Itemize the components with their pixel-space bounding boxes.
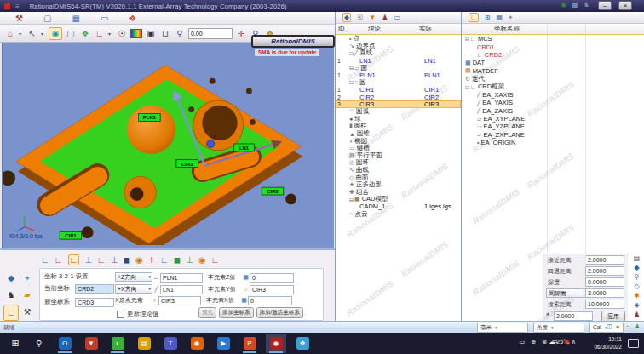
coordinate-tree-row[interactable]: ▱EA_XYPLANE <box>462 115 644 123</box>
home-icon[interactable]: ⌂ <box>4 28 16 39</box>
home-caret-icon[interactable]: ▾ <box>19 31 24 37</box>
select-box-icon[interactable]: ▢ <box>65 28 77 39</box>
target-view-icon[interactable]: ⌖ <box>20 271 35 287</box>
document-tab[interactable]: ▢ <box>43 14 51 23</box>
stats-icon[interactable]: ♟ <box>634 311 640 318</box>
clock[interactable]: 10:1106/30/2022 <box>583 335 622 351</box>
cursor-icon[interactable]: ↖ <box>26 28 38 39</box>
expand-icon[interactable]: ⊟ <box>349 50 354 56</box>
panel-icon[interactable]: ▦ <box>572 1 578 9</box>
minimize-button[interactable]: – <box>598 1 612 10</box>
update-theory-checkbox[interactable]: 更新理论值 <box>117 310 159 318</box>
red-tray-icon[interactable]: ◆ <box>565 339 569 354</box>
taskbar-search-icon[interactable]: ⚲ <box>29 334 49 353</box>
tolerance-input[interactable] <box>188 28 233 39</box>
display-tray-icon[interactable]: ▭ <box>519 339 525 354</box>
monitor-tab[interactable]: ▭ <box>101 14 108 23</box>
coordinate-tree-row[interactable]: ▱EA_ZXPLANE <box>462 131 644 139</box>
coord-target-tab[interactable]: ⌖ <box>509 14 513 22</box>
eye-icon[interactable]: ☉ <box>116 28 128 39</box>
coordinate-tree-row[interactable]: ╱EA_YAXIS <box>462 99 644 106</box>
expand-icon[interactable]: ⊟ <box>465 36 469 42</box>
expand-icon[interactable]: ⊟ <box>349 65 354 71</box>
record-icon[interactable]: ◉ <box>561 1 566 9</box>
axes-caret-icon[interactable]: ▾ <box>108 31 113 37</box>
coord-rotate-icon[interactable]: ⊥ <box>111 255 118 265</box>
axes-icon[interactable]: ∟ <box>94 28 106 39</box>
coord-save-icon[interactable]: ∟ <box>211 255 220 265</box>
search-strip-icon[interactable]: ⚲ <box>635 273 640 281</box>
coordinate-tree-row[interactable]: •EA_ORIGIN <box>462 139 644 146</box>
coordinate-tree-row[interactable]: ⊟∟CRD框架 <box>462 83 644 90</box>
probe-mode-icon[interactable]: ◉ <box>49 27 62 40</box>
coordinate-tree-row[interactable]: ▤MATDEF <box>462 67 644 75</box>
param-field[interactable]: 3.0000 <box>585 288 624 298</box>
security-app[interactable]: ▼ <box>81 334 101 353</box>
send-app[interactable]: ▶ <box>213 334 233 353</box>
value-field[interactable]: CIR3 <box>250 285 294 294</box>
expand-icon[interactable]: ⊟ <box>465 84 469 90</box>
direction-select[interactable]: +X方向▾ <box>115 284 152 294</box>
input-lang-indicator[interactable]: 中 <box>552 339 558 354</box>
coordinate-tree-row[interactable]: ╱EA_ZAXIS <box>462 107 644 115</box>
probe-view-icon[interactable]: ◆ <box>3 271 19 287</box>
path-icon[interactable]: ◇ <box>634 283 639 290</box>
expand-icon[interactable]: ⊟ <box>349 79 354 85</box>
angle-select[interactable]: 角度▾ <box>533 323 584 333</box>
coord-table-tab[interactable]: ▦ <box>497 14 503 21</box>
cad-model-icon[interactable]: ❖ <box>79 28 91 39</box>
cursor-caret-icon[interactable]: ▾ <box>41 31 46 37</box>
coord-m-icon[interactable]: ◉ <box>135 255 143 265</box>
param-field[interactable]: 10.0000 <box>585 300 624 309</box>
network-tray-icon[interactable]: ⊕ <box>531 339 536 354</box>
coordinate-tree-row[interactable]: ╱EA_XAXIS <box>462 91 644 99</box>
coord-green-cube-icon[interactable]: ◼ <box>174 255 181 265</box>
fixture-icon[interactable]: ▰ <box>20 288 35 304</box>
value-field[interactable]: 0 <box>248 296 292 305</box>
close-button[interactable]: × <box>618 1 632 10</box>
feature-field[interactable]: LN1 <box>160 285 203 294</box>
param-field[interactable]: 0.0000 <box>585 277 624 287</box>
dmis-app[interactable]: ◉ <box>266 334 286 353</box>
coord-stack-icon[interactable]: ⊥ <box>84 255 92 265</box>
coordinate-tree-row[interactable]: CRD1 <box>462 43 644 50</box>
gear-icon[interactable]: ✱ <box>634 292 640 300</box>
coord-origin-icon[interactable]: ∟ <box>97 255 106 265</box>
add-coordinate-button[interactable]: 添加坐标系 <box>219 307 254 318</box>
coordinate-icon[interactable]: ∟ <box>3 305 19 321</box>
flag-tab[interactable]: ♟ <box>382 14 388 21</box>
feature-tree-row[interactable]: ⊟▦CAD模型 <box>336 196 461 203</box>
move-cross-icon[interactable]: ✛ <box>235 28 247 39</box>
coord-iter-icon[interactable]: ◉ <box>198 255 206 265</box>
app-menu-icon[interactable]: ≡ <box>15 3 20 10</box>
feature-tree-row[interactable]: ⊟○圆 <box>336 79 461 87</box>
current-coordinate-field[interactable]: CRD2 <box>75 284 114 294</box>
expand-icon[interactable]: ⊟ <box>349 197 354 203</box>
game-icon[interactable]: ♞ <box>584 1 589 9</box>
machine-tab[interactable]: ⚒ <box>15 14 23 23</box>
coord-best-fit-icon[interactable]: ∟ <box>160 255 169 265</box>
colormap-icon[interactable] <box>130 29 142 38</box>
feature-tree-row[interactable]: ⊟╱直线 <box>336 49 461 57</box>
monitor-tab[interactable]: ▭ <box>394 14 400 21</box>
filter-tab[interactable]: ▼ <box>369 14 376 21</box>
firefox-app[interactable]: ◉ <box>187 334 207 353</box>
probe-distance-field[interactable]: 2.0000 <box>554 311 593 321</box>
outlook-app[interactable]: O <box>55 334 75 353</box>
viewport-3d[interactable]: z 404.3/0.0 fps CIR1 PLN1 CIR3 LN1 CIR2 <box>2 43 334 248</box>
dro-icon[interactable]: ● <box>616 323 619 329</box>
start-button[interactable]: ⊞ <box>5 334 26 353</box>
feature-tree-row[interactable]: ⊟▱面 <box>336 64 461 71</box>
joystick-icon[interactable]: ♞ <box>3 288 19 304</box>
print-icon[interactable]: ▤ <box>634 254 641 262</box>
probe-tab[interactable]: ◆ <box>342 13 351 22</box>
coord-green-axis-icon[interactable]: ⊥ <box>186 255 193 265</box>
scan-icon[interactable]: ◈ <box>634 301 639 309</box>
new-coordinate-field[interactable]: CRD3 <box>75 298 114 307</box>
coord-cube-icon[interactable]: ◼ <box>124 255 130 265</box>
wechat-app[interactable]: ◗ <box>107 334 128 353</box>
checkbox-icon[interactable] <box>117 311 124 318</box>
volume-muted-icon[interactable]: ⊗ <box>542 339 547 354</box>
probe-strip-icon[interactable]: ◆ <box>634 264 639 271</box>
coord-plane-icon[interactable]: ∟ <box>55 255 63 265</box>
